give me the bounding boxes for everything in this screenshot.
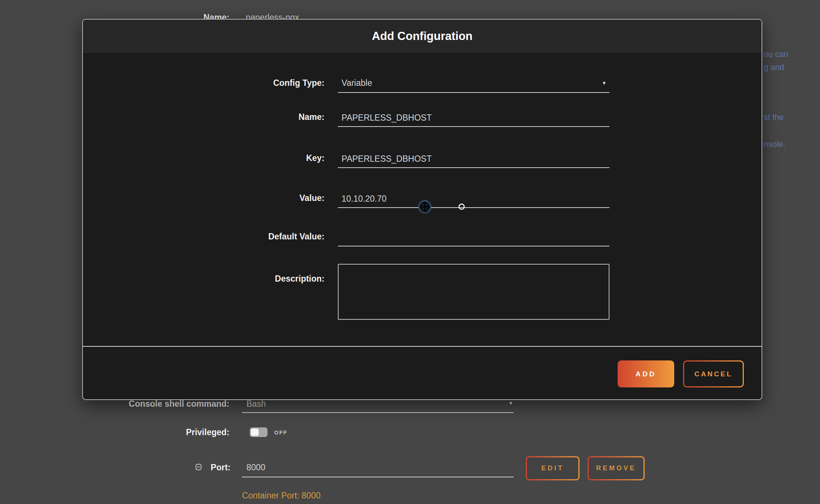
side-text-fragment: g and xyxy=(764,62,784,73)
chevron-down-icon: ▼ xyxy=(508,400,513,406)
key-input[interactable] xyxy=(338,151,609,167)
description-label: Description: xyxy=(83,264,325,320)
name-row: Name: xyxy=(83,110,762,127)
move-cursor-icon xyxy=(418,200,432,215)
side-text-fragment: nsole. xyxy=(764,139,786,150)
config-type-select[interactable]: Variable ▼ xyxy=(338,75,609,93)
side-text-fragment: ou can xyxy=(764,49,788,60)
remove-button[interactable]: REMOVE xyxy=(588,456,645,480)
config-type-label: Config Type: xyxy=(83,75,325,93)
privileged-label: Privileged: xyxy=(74,426,229,439)
default-value-row: Default Value: xyxy=(83,229,762,246)
name-label: Name: xyxy=(83,110,325,127)
side-text-fragment: st the xyxy=(764,112,784,123)
value-label: Value: xyxy=(83,191,325,208)
toggle-knob xyxy=(251,429,259,436)
key-label: Key: xyxy=(83,151,325,168)
chevron-down-icon: ▼ xyxy=(602,80,606,86)
privileged-toggle[interactable] xyxy=(250,427,268,437)
port-input[interactable]: 8000 xyxy=(246,461,265,474)
footer-divider xyxy=(83,346,762,347)
edit-button[interactable]: EDIT xyxy=(526,456,579,480)
key-row: Key: xyxy=(83,151,762,168)
name-input[interactable] xyxy=(338,110,609,126)
input-underline xyxy=(242,412,514,413)
cancel-button[interactable]: CANCEL xyxy=(683,360,744,387)
default-value-input[interactable] xyxy=(338,229,609,246)
description-row: Description: xyxy=(83,264,762,320)
default-value-label: Default Value: xyxy=(83,229,325,246)
port-label: Port: xyxy=(112,461,231,474)
config-type-row: Config Type: Variable ▼ xyxy=(83,75,762,93)
description-textarea[interactable] xyxy=(338,264,609,320)
value-input[interactable] xyxy=(338,191,609,207)
privileged-state-label: OFF xyxy=(274,429,288,436)
config-type-value: Variable xyxy=(338,75,609,90)
click-indicator-icon xyxy=(458,204,465,210)
modal-title: Add Configuration xyxy=(372,30,473,43)
modal-header: Add Configuration xyxy=(83,20,762,53)
input-underline xyxy=(242,477,514,477)
container-port-text: Container Port: 8000 xyxy=(242,489,320,502)
add-button[interactable]: ADD xyxy=(618,360,674,387)
